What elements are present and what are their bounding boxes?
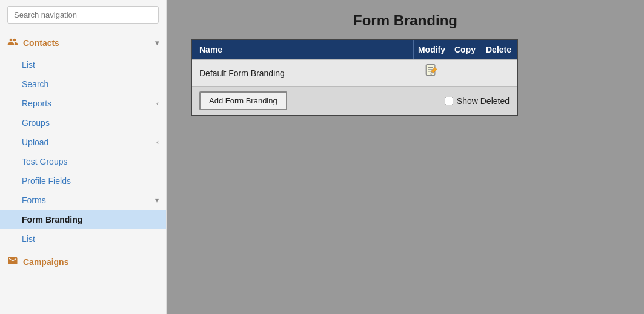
row-delete [480, 70, 517, 77]
sidebar-item-profile-fields[interactable]: Profile Fields [0, 171, 166, 191]
upload-chevron: ‹ [156, 138, 159, 146]
forms-chevron: ▾ [155, 196, 159, 204]
row-modify[interactable] [414, 60, 450, 86]
show-deleted-label: Show Deleted [457, 96, 510, 106]
reports-chevron: ‹ [156, 99, 159, 108]
col-header-copy: Copy [450, 40, 480, 59]
table-row: Default Form Branding [192, 59, 517, 86]
page-title: Form Branding [191, 12, 620, 29]
search-nav-input[interactable] [7, 6, 159, 24]
campaigns-icon [7, 255, 18, 268]
sidebar-item-test-groups[interactable]: Test Groups [0, 152, 166, 171]
show-deleted-checkbox[interactable] [445, 97, 453, 105]
sidebar-item-list[interactable]: List [0, 55, 166, 74]
campaigns-label: Campaigns [23, 257, 68, 267]
sidebar-item-reports[interactable]: Reports ‹ [0, 94, 166, 113]
row-name: Default Form Branding [192, 64, 414, 83]
col-header-name: Name [192, 40, 414, 59]
campaigns-group-header[interactable]: Campaigns [0, 249, 166, 274]
show-deleted-area: Show Deleted [445, 96, 510, 106]
form-branding-table: Name Modify Copy Delete Default Form Bra… [191, 39, 518, 116]
sidebar-item-upload[interactable]: Upload ‹ [0, 132, 166, 152]
main-content: Form Branding Name Modify Copy Delete De… [167, 0, 644, 314]
contacts-label: Contacts [23, 38, 59, 48]
sidebar-item-search[interactable]: Search [0, 74, 166, 94]
contacts-group-header[interactable]: Contacts ▾ [0, 30, 166, 55]
modify-icon[interactable] [424, 64, 440, 82]
sidebar-item-forms[interactable]: Forms ▾ [0, 191, 166, 210]
search-nav-container [0, 0, 166, 30]
sidebar-item-form-branding[interactable]: Form Branding [0, 210, 166, 229]
contacts-section: Contacts ▾ List Search Reports ‹ Groups … [0, 30, 166, 249]
col-header-delete: Delete [480, 40, 517, 59]
add-form-branding-button[interactable]: Add Form Branding [199, 91, 287, 110]
table-footer-row: Add Form Branding Show Deleted [192, 86, 517, 115]
contacts-chevron: ▾ [155, 39, 159, 47]
sidebar-item-groups[interactable]: Groups [0, 113, 166, 132]
sidebar: Contacts ▾ List Search Reports ‹ Groups … [0, 0, 167, 314]
contacts-icon [7, 36, 18, 49]
row-copy [450, 70, 480, 77]
col-header-modify: Modify [414, 40, 450, 59]
table-header-row: Name Modify Copy Delete [192, 40, 517, 59]
sidebar-item-forms-list[interactable]: List [0, 229, 166, 249]
